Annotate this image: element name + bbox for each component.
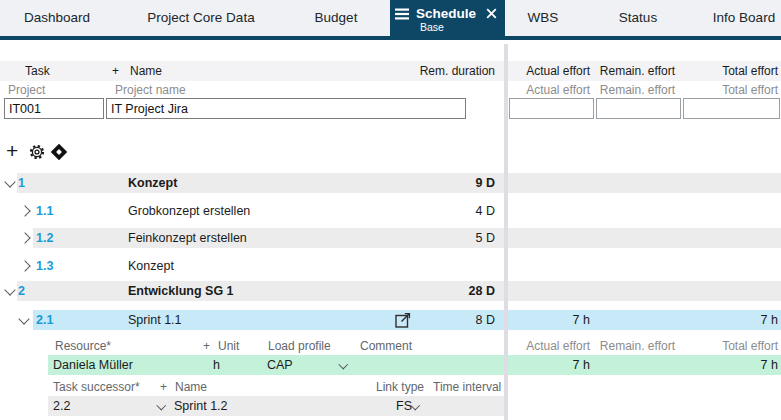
col-remain-effort: Remain. effort — [585, 61, 675, 81]
chevron-down-icon[interactable] — [4, 284, 15, 295]
tab-dashboard[interactable]: Dashboard — [16, 0, 98, 36]
col-name: Name — [130, 61, 162, 81]
row-band — [48, 396, 505, 416]
col-actual-effort: Actual effort — [510, 337, 590, 355]
tab-bar: Dashboard Project Core Data Budget Sched… — [0, 0, 781, 40]
menu-icon[interactable] — [395, 8, 409, 20]
successor-table-header: Task successor* + Name Link type Time in… — [0, 378, 781, 396]
chevron-right-icon[interactable] — [19, 260, 30, 271]
col-name-plus-icon[interactable]: + — [112, 61, 119, 81]
task-rem-duration: 9 D — [435, 173, 495, 193]
row-band — [48, 355, 781, 375]
col-total-effort: Total effort — [698, 337, 778, 355]
project-remain-effort-input[interactable] — [596, 98, 681, 119]
task-rem-duration: 28 D — [435, 281, 495, 301]
resource-table-header: Resource* + Unit Load profile Comment Ac… — [0, 337, 781, 355]
col-rem-duration: Rem. duration — [405, 61, 495, 81]
tab-schedule-label: Schedule — [416, 6, 476, 21]
col-name: Name — [175, 378, 207, 396]
task-number: 1 — [18, 173, 25, 193]
task-number: 1.2 — [36, 228, 53, 248]
resource-load-profile[interactable]: CAP — [267, 355, 293, 375]
successor-name: Sprint 1.2 — [174, 396, 228, 416]
col-load-profile: Load profile — [268, 337, 331, 355]
tab-project-core-data[interactable]: Project Core Data — [134, 0, 268, 36]
task-actual-effort: 7 h — [530, 310, 590, 330]
resource-row[interactable]: Daniela Müller h CAP 7 h 7 h — [0, 355, 781, 375]
tab-status[interactable]: Status — [598, 0, 678, 36]
chevron-right-icon[interactable] — [19, 205, 30, 216]
task-row[interactable]: 1.1 Grobkonzept erstellen 4 D — [0, 201, 781, 221]
project-total-effort-input[interactable] — [683, 98, 780, 119]
task-rem-duration: 4 D — [435, 201, 495, 221]
task-name: Konzept — [128, 173, 177, 193]
successor-plus-icon[interactable]: + — [160, 378, 167, 396]
resource-plus-icon[interactable]: + — [203, 337, 210, 355]
task-row-selected[interactable]: 2.1 Sprint 1.1 8 D 7 h 7 h — [0, 310, 781, 330]
successor-row[interactable]: 2.2 Sprint 1.2 FS — [0, 396, 781, 416]
tab-info-board[interactable]: Info Board — [699, 0, 781, 36]
project-name-input[interactable] — [106, 98, 466, 119]
task-number: 1.1 — [36, 201, 53, 221]
task-row[interactable]: 2 Entwicklung SG 1 28 D — [0, 281, 781, 301]
col-remain-effort: Remain. effort — [585, 337, 675, 355]
project-actual-effort-input[interactable] — [509, 98, 594, 119]
tab-schedule[interactable]: Schedule Base — [390, 0, 505, 40]
task-rem-duration — [435, 256, 495, 276]
task-rem-duration: 8 D — [435, 310, 495, 330]
task-number: 2.1 — [36, 310, 53, 330]
chevron-down-icon[interactable] — [4, 176, 15, 187]
project-remain-label: Remain. effort — [585, 82, 675, 98]
project-total-label: Total effort — [698, 82, 778, 98]
task-name: Konzept — [128, 256, 174, 276]
project-type-label: Project — [8, 82, 45, 98]
resource-unit: h — [213, 355, 220, 375]
task-rem-duration: 5 D — [435, 228, 495, 248]
close-icon[interactable] — [486, 8, 497, 19]
tab-budget[interactable]: Budget — [296, 0, 376, 36]
col-comment: Comment — [360, 337, 412, 355]
col-time-interval: Time interval — [433, 378, 501, 396]
task-name: Entwicklung SG 1 — [128, 281, 234, 301]
task-row[interactable]: 1 Konzept 9 D — [0, 173, 781, 193]
open-external-icon[interactable] — [393, 310, 413, 330]
resource-total-effort: 7 h — [718, 355, 778, 375]
col-resource: Resource* — [55, 337, 111, 355]
chevron-down-icon[interactable] — [18, 313, 29, 324]
task-total-effort: 7 h — [718, 310, 778, 330]
successor-task[interactable]: 2.2 — [53, 396, 70, 416]
successor-link-type[interactable]: FS — [396, 396, 412, 416]
plus-icon[interactable]: + — [6, 141, 18, 161]
task-row[interactable]: 1.3 Konzept — [0, 256, 781, 276]
resource-actual-effort: 7 h — [530, 355, 590, 375]
col-task-successor: Task successor* — [53, 378, 140, 396]
tab-wbs[interactable]: WBS — [513, 0, 573, 36]
project-actual-label: Actual effort — [510, 82, 590, 98]
resource-name: Daniela Müller — [53, 355, 133, 375]
task-number: 2 — [18, 281, 25, 301]
task-name: Feinkonzept erstellen — [128, 228, 247, 248]
tab-schedule-sublabel: Base — [420, 22, 505, 33]
chevron-right-icon[interactable] — [19, 232, 30, 243]
gear-icon[interactable] — [28, 143, 46, 161]
project-id-input[interactable] — [4, 98, 104, 119]
schedule-app: Dashboard Project Core Data Budget Sched… — [0, 0, 781, 420]
col-unit: Unit — [218, 337, 239, 355]
project-name-label: Project name — [115, 82, 186, 98]
col-link-type: Link type — [376, 378, 424, 396]
panel-separator[interactable] — [504, 44, 508, 420]
col-total-effort: Total effort — [698, 61, 778, 81]
task-row[interactable]: 1.2 Feinkonzept erstellen 5 D — [0, 228, 781, 248]
task-name: Grobkonzept erstellen — [128, 201, 250, 221]
task-name: Sprint 1.1 — [128, 310, 182, 330]
task-number: 1.3 — [36, 256, 53, 276]
col-actual-effort: Actual effort — [510, 61, 590, 81]
col-task: Task — [25, 61, 50, 81]
milestone-icon[interactable] — [50, 143, 68, 161]
